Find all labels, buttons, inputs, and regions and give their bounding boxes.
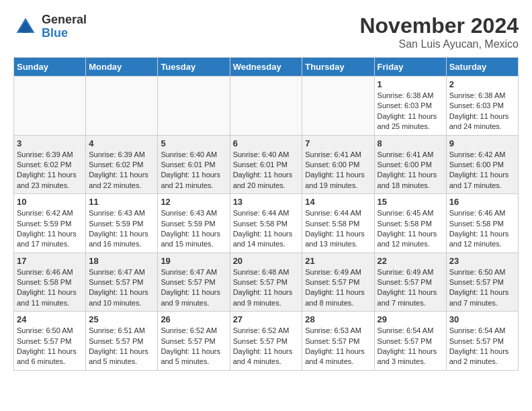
calendar-day: 25Sunrise: 6:51 AMSunset: 5:57 PMDayligh… (86, 312, 158, 371)
day-header-friday: Friday (374, 58, 446, 77)
calendar-day: 17Sunrise: 6:46 AMSunset: 5:58 PMDayligh… (14, 253, 86, 312)
logo-text: General Blue (42, 13, 87, 40)
day-info: Sunrise: 6:44 AMSunset: 5:58 PMDaylight:… (305, 208, 371, 250)
day-header-tuesday: Tuesday (158, 58, 230, 77)
calendar-day (86, 77, 158, 136)
day-info: Sunrise: 6:38 AMSunset: 6:03 PMDaylight:… (378, 91, 443, 132)
day-info: Sunrise: 6:47 AMSunset: 5:57 PMDaylight:… (89, 267, 154, 309)
title-block: November 2024 San Luis Ayucan, Mexico (359, 13, 519, 50)
day-number: 17 (17, 256, 83, 266)
day-header-wednesday: Wednesday (230, 58, 302, 77)
day-info: Sunrise: 6:39 AMSunset: 6:02 PMDaylight:… (89, 150, 154, 191)
calendar-day: 10Sunrise: 6:42 AMSunset: 5:59 PMDayligh… (14, 194, 86, 253)
day-number: 5 (161, 138, 226, 148)
day-number: 28 (305, 314, 371, 324)
day-info: Sunrise: 6:42 AMSunset: 6:00 PMDaylight:… (449, 150, 515, 191)
calendar-day: 18Sunrise: 6:47 AMSunset: 5:57 PMDayligh… (86, 253, 158, 312)
calendar-week-row: 3Sunrise: 6:39 AMSunset: 6:02 PMDaylight… (14, 135, 519, 194)
calendar-week-row: 10Sunrise: 6:42 AMSunset: 5:59 PMDayligh… (14, 194, 519, 253)
day-number: 7 (305, 138, 371, 148)
day-number: 14 (305, 197, 371, 207)
calendar-day: 11Sunrise: 6:43 AMSunset: 5:59 PMDayligh… (86, 194, 158, 253)
calendar-week-row: 24Sunrise: 6:50 AMSunset: 5:57 PMDayligh… (14, 312, 519, 371)
calendar-week-row: 17Sunrise: 6:46 AMSunset: 5:58 PMDayligh… (14, 253, 519, 312)
day-info: Sunrise: 6:53 AMSunset: 5:57 PMDaylight:… (305, 326, 371, 367)
calendar-day (302, 77, 374, 136)
day-info: Sunrise: 6:54 AMSunset: 5:57 PMDaylight:… (449, 326, 515, 367)
calendar-day: 5Sunrise: 6:40 AMSunset: 6:01 PMDaylight… (158, 135, 230, 194)
day-number: 4 (89, 138, 154, 148)
day-info: Sunrise: 6:45 AMSunset: 5:58 PMDaylight:… (378, 208, 443, 250)
calendar-day: 3Sunrise: 6:39 AMSunset: 6:02 PMDaylight… (14, 135, 86, 194)
day-info: Sunrise: 6:48 AMSunset: 5:57 PMDaylight:… (233, 267, 300, 309)
calendar-day: 2Sunrise: 6:38 AMSunset: 6:03 PMDaylight… (446, 77, 518, 136)
calendar-day: 8Sunrise: 6:41 AMSunset: 6:00 PMDaylight… (374, 135, 446, 194)
day-number: 8 (378, 138, 443, 148)
day-number: 16 (449, 197, 515, 207)
calendar-day: 9Sunrise: 6:42 AMSunset: 6:00 PMDaylight… (446, 135, 518, 194)
day-number: 30 (449, 314, 515, 324)
day-number: 29 (378, 314, 443, 324)
calendar-day: 26Sunrise: 6:52 AMSunset: 5:57 PMDayligh… (158, 312, 230, 371)
day-info: Sunrise: 6:51 AMSunset: 5:57 PMDaylight:… (89, 326, 154, 367)
day-info: Sunrise: 6:40 AMSunset: 6:01 PMDaylight:… (233, 150, 300, 191)
day-number: 3 (17, 138, 83, 148)
month-title: November 2024 (359, 13, 519, 38)
day-header-sunday: Sunday (14, 58, 86, 77)
day-number: 2 (449, 79, 515, 89)
day-info: Sunrise: 6:52 AMSunset: 5:57 PMDaylight:… (233, 326, 300, 367)
day-info: Sunrise: 6:50 AMSunset: 5:57 PMDaylight:… (449, 267, 515, 309)
day-info: Sunrise: 6:54 AMSunset: 5:57 PMDaylight:… (378, 326, 443, 367)
day-info: Sunrise: 6:47 AMSunset: 5:57 PMDaylight:… (161, 267, 226, 309)
day-number: 26 (161, 314, 226, 324)
calendar-day (14, 77, 86, 136)
day-number: 23 (449, 256, 515, 266)
day-info: Sunrise: 6:49 AMSunset: 5:57 PMDaylight:… (378, 267, 443, 309)
day-header-thursday: Thursday (302, 58, 374, 77)
calendar: SundayMondayTuesdayWednesdayThursdayFrid… (13, 57, 519, 371)
day-number: 19 (161, 256, 226, 266)
logo-icon (13, 15, 38, 39)
calendar-day: 4Sunrise: 6:39 AMSunset: 6:02 PMDaylight… (86, 135, 158, 194)
calendar-day (230, 77, 302, 136)
calendar-day: 27Sunrise: 6:52 AMSunset: 5:57 PMDayligh… (230, 312, 302, 371)
day-info: Sunrise: 6:43 AMSunset: 5:59 PMDaylight:… (161, 208, 226, 250)
day-number: 22 (378, 256, 443, 266)
logo: General Blue (13, 13, 87, 40)
calendar-day: 16Sunrise: 6:46 AMSunset: 5:58 PMDayligh… (446, 194, 518, 253)
day-number: 15 (378, 197, 443, 207)
page-header: General Blue November 2024 San Luis Ayuc… (13, 13, 519, 50)
location: San Luis Ayucan, Mexico (359, 38, 519, 50)
day-info: Sunrise: 6:44 AMSunset: 5:58 PMDaylight:… (233, 208, 300, 250)
day-info: Sunrise: 6:50 AMSunset: 5:57 PMDaylight:… (17, 326, 83, 367)
calendar-header-row: SundayMondayTuesdayWednesdayThursdayFrid… (14, 58, 519, 77)
day-header-monday: Monday (86, 58, 158, 77)
day-info: Sunrise: 6:41 AMSunset: 6:00 PMDaylight:… (378, 150, 443, 191)
day-number: 11 (89, 197, 154, 207)
calendar-day: 30Sunrise: 6:54 AMSunset: 5:57 PMDayligh… (446, 312, 518, 371)
calendar-day: 7Sunrise: 6:41 AMSunset: 6:00 PMDaylight… (302, 135, 374, 194)
day-number: 10 (17, 197, 83, 207)
day-number: 20 (233, 256, 300, 266)
calendar-week-row: 1Sunrise: 6:38 AMSunset: 6:03 PMDaylight… (14, 77, 519, 136)
day-info: Sunrise: 6:49 AMSunset: 5:57 PMDaylight:… (305, 267, 371, 309)
calendar-day: 19Sunrise: 6:47 AMSunset: 5:57 PMDayligh… (158, 253, 230, 312)
day-number: 6 (233, 138, 300, 148)
day-number: 13 (233, 197, 300, 207)
calendar-day: 1Sunrise: 6:38 AMSunset: 6:03 PMDaylight… (374, 77, 446, 136)
day-info: Sunrise: 6:52 AMSunset: 5:57 PMDaylight:… (161, 326, 226, 367)
day-number: 21 (305, 256, 371, 266)
day-info: Sunrise: 6:38 AMSunset: 6:03 PMDaylight:… (449, 91, 515, 132)
calendar-day: 21Sunrise: 6:49 AMSunset: 5:57 PMDayligh… (302, 253, 374, 312)
day-number: 1 (378, 79, 443, 89)
day-number: 27 (233, 314, 300, 324)
calendar-day: 12Sunrise: 6:43 AMSunset: 5:59 PMDayligh… (158, 194, 230, 253)
day-header-saturday: Saturday (446, 58, 518, 77)
calendar-day (158, 77, 230, 136)
day-info: Sunrise: 6:43 AMSunset: 5:59 PMDaylight:… (89, 208, 154, 250)
calendar-day: 24Sunrise: 6:50 AMSunset: 5:57 PMDayligh… (14, 312, 86, 371)
day-number: 18 (89, 256, 154, 266)
day-info: Sunrise: 6:40 AMSunset: 6:01 PMDaylight:… (161, 150, 226, 191)
day-number: 9 (449, 138, 515, 148)
calendar-day: 13Sunrise: 6:44 AMSunset: 5:58 PMDayligh… (230, 194, 302, 253)
